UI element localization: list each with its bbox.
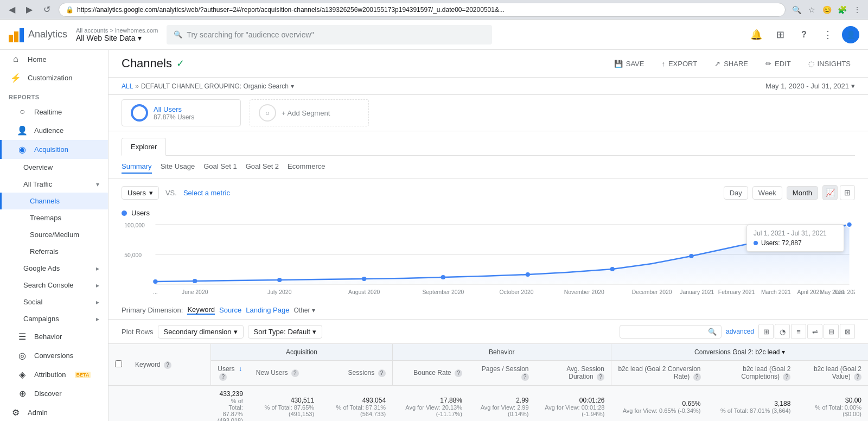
breadcrumb-separator: »: [135, 82, 139, 90]
sidebar-item-google-ads[interactable]: Google Ads ▸: [0, 260, 108, 277]
sidebar-item-all-traffic[interactable]: All Traffic ▾: [0, 176, 108, 193]
avatar[interactable]: 👤: [842, 26, 859, 43]
tooltip-title: Jul 1, 2021 - Jul 31, 2021: [754, 229, 837, 237]
sidebar-item-search-console[interactable]: Search Console ▸: [0, 277, 108, 294]
sidebar-item-discover[interactable]: ⊕ Discover: [0, 384, 108, 403]
time-btn-week[interactable]: Week: [752, 186, 782, 200]
b2c-comp-info-icon[interactable]: ?: [783, 373, 790, 381]
sidebar-item-attribution[interactable]: ◈ Attribution BETA: [0, 365, 108, 384]
sidebar-item-overview[interactable]: Overview: [0, 159, 108, 176]
more-options-icon[interactable]: ⋮: [818, 25, 838, 44]
edit-button[interactable]: ✏ EDIT: [761, 58, 795, 70]
b2c-val-info-icon[interactable]: ?: [854, 373, 861, 381]
line-chart-icon[interactable]: 📈: [822, 185, 838, 200]
save-button[interactable]: 💾 SAVE: [610, 58, 649, 70]
segment-all-users[interactable]: All Users 87.87% Users: [122, 99, 241, 126]
avg-info-icon[interactable]: ?: [597, 373, 604, 381]
svg-rect-0: [9, 35, 13, 42]
bounce-info-icon[interactable]: ?: [455, 369, 462, 377]
time-btn-day[interactable]: Day: [724, 186, 748, 200]
sort-type-dropdown[interactable]: Sort Type: Default ▾: [248, 325, 322, 339]
browser-star-icon[interactable]: ☆: [805, 3, 818, 16]
date-range-selector[interactable]: May 1, 2020 - Jul 31, 2021 ▾: [765, 82, 855, 90]
sidebar-item-campaigns[interactable]: Campaigns ▸: [0, 310, 108, 327]
sub-tab-ecommerce[interactable]: Ecommerce: [288, 160, 325, 174]
breadcrumb-dropdown-icon[interactable]: ▾: [291, 82, 294, 90]
sidebar-item-acquisition[interactable]: ◉ Acquisition: [0, 140, 108, 159]
pie-view-icon[interactable]: ◔: [775, 324, 790, 339]
users-info-icon[interactable]: ?: [219, 373, 227, 381]
browser-puzzle-icon[interactable]: 🧩: [835, 3, 848, 16]
sidebar-item-realtime[interactable]: ○ Realtime: [0, 103, 108, 121]
goal-dropdown[interactable]: Goal 2: b2c lead ▾: [732, 348, 785, 356]
chart-type-icons: 📈 ⊞: [822, 185, 855, 200]
new-users-info-icon[interactable]: ?: [291, 369, 299, 377]
apps-grid-icon[interactable]: ⊞: [770, 25, 790, 44]
dim-option-source[interactable]: Source: [219, 306, 241, 314]
sidebar-item-social[interactable]: Social ▸: [0, 294, 108, 310]
logo-text: Analytics: [28, 29, 67, 40]
share-button[interactable]: ↗ SHARE: [710, 58, 752, 70]
browser-more-icon[interactable]: ⋮: [851, 3, 864, 16]
sidebar-item-referrals[interactable]: Referrals: [0, 243, 108, 260]
sessions-info-icon[interactable]: ?: [378, 369, 386, 377]
select-all-checkbox[interactable]: [115, 360, 122, 367]
time-btn-month[interactable]: Month: [787, 186, 818, 200]
compare-view-icon[interactable]: ⇌: [807, 324, 822, 339]
metric-dropdown[interactable]: Users ▾: [122, 186, 159, 200]
notification-icon[interactable]: 🔔: [746, 25, 766, 44]
secondary-dimension-dropdown[interactable]: Secondary dimension ▾: [158, 325, 244, 339]
sidebar-item-treemaps[interactable]: Treemaps: [0, 209, 108, 226]
browser-emoji-icon[interactable]: 😊: [820, 3, 833, 16]
breadcrumb-all[interactable]: ALL: [122, 82, 133, 90]
dim-option-other[interactable]: Other ▾: [293, 307, 315, 314]
export-button[interactable]: ↑ EXPORT: [657, 58, 701, 70]
sidebar-item-channels[interactable]: Channels: [0, 193, 108, 209]
tab-explorer[interactable]: Explorer: [122, 138, 166, 156]
insights-button[interactable]: ◌ INSIGHTS: [804, 58, 855, 70]
dim-option-keyword[interactable]: Keyword: [187, 305, 215, 315]
sub-tab-summary[interactable]: Summary: [122, 160, 152, 174]
pivot-view-icon[interactable]: ⊟: [824, 324, 839, 339]
header-actions: 🔔 ⊞ ? ⋮ 👤: [746, 25, 859, 44]
sidebar-item-customization[interactable]: ⚡ Customization: [0, 68, 108, 87]
sub-tab-goal-set-2[interactable]: Goal Set 2: [246, 160, 279, 174]
sub-tab-goal-set-1[interactable]: Goal Set 1: [203, 160, 237, 174]
add-segment-button[interactable]: ○ + Add Segment: [250, 99, 369, 126]
bar-chart-icon[interactable]: ⊞: [840, 185, 855, 200]
sidebar-item-home[interactable]: ⌂ Home: [0, 50, 108, 68]
sub-tab-site-usage[interactable]: Site Usage: [161, 160, 195, 174]
breadcrumb-bar: ALL » DEFAULT CHANNEL GROUPING: Organic …: [108, 78, 868, 95]
advanced-link[interactable]: advanced: [726, 328, 754, 335]
realtime-icon: ○: [17, 107, 28, 117]
table-search-box[interactable]: 🔍: [620, 325, 722, 339]
custom-view-icon[interactable]: ⊠: [840, 324, 855, 339]
forward-button[interactable]: ▶: [22, 2, 37, 17]
browser-search-icon[interactable]: 🔍: [790, 3, 803, 16]
reload-button[interactable]: ↺: [39, 2, 54, 17]
table-search-input[interactable]: [624, 328, 706, 335]
data-point: [193, 279, 197, 283]
back-button[interactable]: ◀: [4, 2, 20, 17]
account-selector[interactable]: All Web Site Data ▾: [76, 34, 158, 42]
keyword-info-icon[interactable]: ?: [164, 361, 171, 369]
sidebar-item-source-medium[interactable]: Source/Medium: [0, 226, 108, 243]
address-bar[interactable]: 🔒 https://analytics.google.com/analytics…: [59, 3, 786, 17]
pages-info-icon[interactable]: ?: [521, 373, 529, 381]
sidebar-item-behavior[interactable]: ☰ Behavior: [0, 327, 108, 346]
help-icon[interactable]: ?: [794, 25, 814, 44]
th-sessions: Sessions ?: [321, 361, 392, 386]
list-view-icon[interactable]: ≡: [791, 324, 806, 339]
th-b2c-value: b2c lead (Goal 2 Value) ?: [797, 361, 868, 386]
sidebar-item-audience[interactable]: 👤 Audience: [0, 121, 108, 140]
select-metric-link[interactable]: Select a metric: [183, 189, 230, 197]
sidebar-item-conversions[interactable]: ◎ Conversions: [0, 346, 108, 365]
svg-text:July 2020: July 2020: [267, 289, 292, 295]
sidebar-item-admin[interactable]: ⚙ Admin: [0, 403, 108, 421]
dim-option-landing-page[interactable]: Landing Page: [246, 306, 289, 314]
search-bar[interactable]: 🔍 Try searching for "audience overview": [167, 25, 492, 44]
grid-view-icon[interactable]: ⊞: [758, 324, 774, 339]
plot-rows-button[interactable]: Plot Rows: [122, 328, 154, 336]
sidebar-label-channels: Channels: [30, 197, 60, 205]
b2c-rate-info-icon[interactable]: ?: [693, 373, 701, 381]
